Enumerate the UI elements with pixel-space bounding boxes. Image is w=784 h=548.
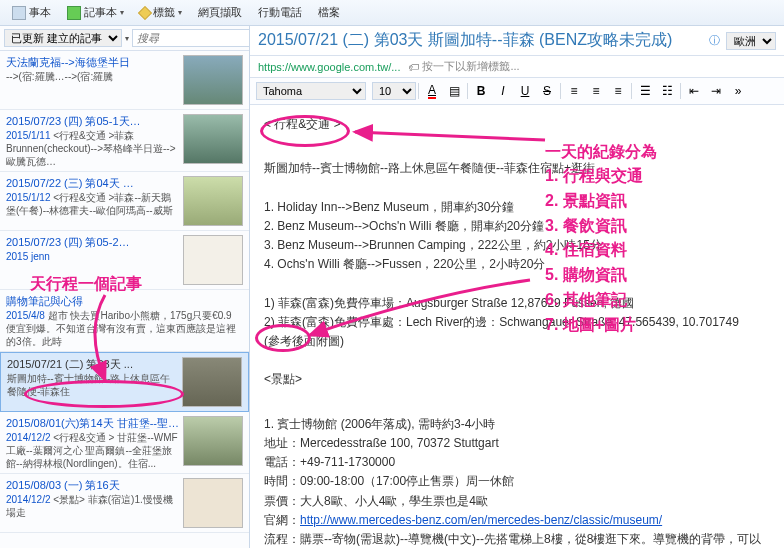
tag-icon [138, 5, 152, 19]
note-title: 天法蘭克福-->海德堡半日 [6, 55, 179, 70]
chevron-down-icon: ▾ [125, 34, 129, 43]
underline-button[interactable]: U [514, 81, 536, 101]
font-family-select[interactable]: Tahoma [256, 82, 366, 100]
main-toolbar: 事本 記事本▾ 標籤▾ 網頁擷取 行動電話 檔案 [0, 0, 784, 26]
outdent-button[interactable]: ⇤ [683, 81, 705, 101]
note-thumbnail [182, 357, 242, 407]
note-thumbnail [183, 235, 243, 285]
font-color-button[interactable]: A [421, 81, 443, 101]
tag-hint[interactable]: 🏷按一下以新增標籤... [408, 59, 519, 74]
section-sight-label: <景點> [264, 370, 302, 389]
list-item[interactable]: 天法蘭克福-->海德堡半日 -->(宿:羅騰…-->(宿:羅騰 [0, 51, 249, 110]
toolbar-tags[interactable]: 標籤▾ [134, 3, 188, 22]
note-thumbnail [183, 416, 243, 466]
info-icon[interactable]: ⓘ [709, 33, 720, 48]
chevron-down-icon: ▾ [120, 8, 124, 17]
note-title: 2015/08/03 (一) 第16天 [6, 478, 179, 493]
search-input[interactable] [132, 29, 250, 47]
note-thumbnail [183, 176, 243, 226]
note-title: 2015/07/22 (三) 第04天 … [6, 176, 179, 191]
highlight-button[interactable]: ▤ [443, 81, 465, 101]
indent-button[interactable]: ⇥ [705, 81, 727, 101]
align-left-button[interactable]: ≡ [563, 81, 585, 101]
sidebar-header: 已更新 建立的記事 ▾ 🔍 [0, 26, 249, 51]
note-title: 購物筆記與心得 [6, 294, 243, 309]
note-list[interactable]: 天法蘭克福-->海德堡半日 -->(宿:羅騰…-->(宿:羅騰 2015/07/… [0, 51, 249, 548]
list-item-selected[interactable]: 2015/07/21 (二) 第03天 ... 斯圖加特--賓士博物館--路上休… [0, 352, 249, 412]
toolbar-notebook[interactable]: 事本 [6, 3, 57, 22]
note-editor: 2015/07/21 (二) 第03天 斯圖加特--菲森 (BENZ攻略未完成)… [250, 26, 784, 548]
list-item[interactable]: 2015/08/03 (一) 第16天 2014/12/2 <景點> 菲森(宿這… [0, 474, 249, 533]
source-url[interactable]: https://www.google.com.tw/... [258, 61, 400, 73]
list-item[interactable]: 購物筆記與心得 2015/4/8 超市 快去買Haribo小熊糖，175g只要€… [0, 290, 249, 352]
list-item[interactable]: 2015/08/01(六)第14天 甘莊堡--聖高爾-... 2014/12/2… [0, 412, 249, 474]
tag-icon: 🏷 [408, 61, 419, 73]
book-icon [12, 6, 26, 20]
editor-body[interactable]: < 行程&交通 > 斯圖加特--賓士博物館--路上休息區午餐隨便--菲森住宿點+… [250, 105, 784, 548]
align-right-button[interactable]: ≡ [607, 81, 629, 101]
chevron-down-icon: ▾ [178, 8, 182, 17]
section-route-label: < 行程&交通 > [264, 115, 341, 134]
note-thumbnail [183, 114, 243, 164]
toolbar-webclip[interactable]: 網頁擷取 [192, 3, 248, 22]
bold-button[interactable]: B [470, 81, 492, 101]
note-thumbnail [183, 478, 243, 528]
note-title: 2015/07/23 (四) 第05-2… [6, 235, 179, 250]
align-center-button[interactable]: ≡ [585, 81, 607, 101]
toolbar-mobile[interactable]: 行動電話 [252, 3, 308, 22]
editor-title[interactable]: 2015/07/21 (二) 第03天 斯圖加特--菲森 (BENZ攻略未完成) [258, 30, 703, 51]
strike-button[interactable]: S [536, 81, 558, 101]
note-title: 2015/08/01(六)第14天 甘莊堡--聖高爾-... [6, 416, 179, 431]
note-title: 2015/07/21 (二) 第03天 ... [7, 357, 178, 372]
list-item[interactable]: 2015/07/22 (三) 第04天 … 2015/1/12 <行程&交通 >… [0, 172, 249, 231]
list-item[interactable]: 2015/07/23 (四) 第05-2… 2015 jenn [0, 231, 249, 290]
bullet-list-button[interactable]: ☰ [634, 81, 656, 101]
number-list-button[interactable]: ☷ [656, 81, 678, 101]
link-official[interactable]: http://www.mercedes-benz.com/en/mercedes… [300, 513, 662, 527]
note-list-sidebar: 已更新 建立的記事 ▾ 🔍 天法蘭克福-->海德堡半日 -->(宿:羅騰…-->… [0, 26, 250, 548]
format-toolbar: Tahoma 10 A ▤ B I U S ≡ ≡ ≡ ☰ ☷ ⇤ ⇥ » [250, 78, 784, 105]
list-item[interactable]: 2015/07/23 (四) 第05-1天… 2015/1/11 <行程&交通 … [0, 110, 249, 172]
green-note-icon [67, 6, 81, 20]
note-thumbnail [183, 55, 243, 105]
sort-select[interactable]: 已更新 建立的記事 [4, 29, 122, 47]
note-title: 2015/07/23 (四) 第05-1天… [6, 114, 179, 129]
font-size-select[interactable]: 10 [372, 82, 416, 100]
more-button[interactable]: » [727, 81, 749, 101]
notebook-select[interactable]: 歐洲 [726, 32, 776, 50]
toolbar-file[interactable]: 檔案 [312, 3, 346, 22]
note-snippet: -->(宿:羅騰…-->(宿:羅騰 [6, 70, 179, 83]
italic-button[interactable]: I [492, 81, 514, 101]
toolbar-notebook2[interactable]: 記事本▾ [61, 3, 130, 22]
